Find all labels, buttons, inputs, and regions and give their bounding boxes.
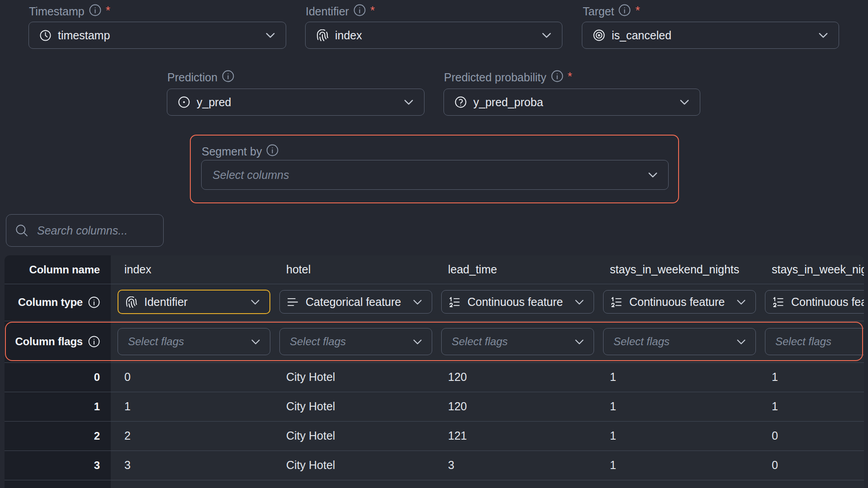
prediction-select[interactable]: y_pred [167,89,425,116]
chevron-down-icon [412,297,423,307]
column-header-stays-in-week-nights: stays_in_week_nights [758,255,864,284]
chevron-down-icon [679,97,690,108]
column-type-select-hotel[interactable]: Categorical feature [279,290,432,314]
chevron-down-icon [647,169,658,180]
table-cell: 0 [758,421,864,450]
chevron-down-icon [736,337,746,347]
clock-icon [40,30,51,41]
row-index-cell: 2 [5,421,111,450]
prediction-select-value: y_pred [197,96,231,109]
column-flags-select-stays-in-week-nights[interactable]: Select flags [765,328,864,355]
flags-placeholder: Select flags [290,335,346,348]
column-flags-select-lead-time[interactable]: Select flags [441,328,594,355]
target-label-text: Target [583,5,614,18]
predicted-probability-label: Predicted probability * [444,71,572,84]
column-flags-select-index[interactable]: Select flags [118,328,270,355]
table-cell: 1 [596,362,758,392]
table-cell: 1 [596,392,758,421]
column-header-stays-in-weekend-nights: stays_in_weekend_nights [596,255,758,284]
timestamp-select-value: timestamp [58,29,110,42]
column-type-select-index[interactable]: Identifier [118,290,270,314]
chevron-down-icon [412,337,423,347]
predicted-probability-label-text: Predicted probability [444,71,547,84]
target-select[interactable]: is_canceled [582,22,839,49]
identifier-select[interactable]: index [305,22,562,49]
search-columns-input[interactable] [37,224,155,237]
column-type-row-header: Column type [5,284,111,321]
category-lines-icon [287,296,298,308]
table-cell: City Hotel [273,450,434,480]
column-type-select-lead-time[interactable]: Continuous feature [441,290,594,314]
fingerprint-icon [126,296,137,308]
segment-by-label-text: Segment by [202,145,262,158]
column-type-value: Continuous feature [791,296,864,309]
column-type-row: Column type Identifier Categorical featu… [5,284,864,321]
row-separator [5,480,864,480]
chevron-down-icon [574,297,585,307]
info-icon[interactable] [551,70,563,82]
table-cell: City Hotel [273,421,434,450]
chevron-down-icon [250,337,261,347]
identifier-label: Identifier * [306,5,375,18]
search-icon [15,224,28,237]
column-flags-select-stays-in-weekend-nights[interactable]: Select flags [603,328,756,355]
timestamp-label: Timestamp * [29,5,110,18]
table-cell: 1 [758,362,864,392]
predicted-probability-select[interactable]: y_pred_proba [443,89,700,116]
table-cell: 120 [434,392,596,421]
segment-by-label: Segment by [202,145,278,158]
column-flags-row-header: Column flags [5,321,111,362]
chevron-down-icon [541,30,552,41]
column-type-value: Continuous feature [629,296,725,309]
info-icon[interactable] [88,336,100,347]
flags-placeholder: Select flags [128,335,184,348]
timestamp-select[interactable]: timestamp [28,22,286,49]
info-icon[interactable] [618,4,631,16]
identifier-select-value: index [335,29,362,42]
row-index-cell: 1 [5,392,111,421]
table-row: 3 3 City Hotel 3 1 0 [5,450,864,480]
table-cell: 1 [596,421,758,450]
column-flags-row-label: Column flags [15,335,83,348]
search-columns-box[interactable] [6,214,164,247]
table-cell: 2 [111,421,273,450]
column-header-hotel: hotel [273,255,434,284]
column-flags-row: Column flags Select flags Select flags S… [5,321,864,362]
info-icon[interactable] [89,4,101,16]
column-type-row-label: Column type [18,296,83,309]
identifier-label-text: Identifier [306,5,349,18]
table-cell: 0 [111,362,273,392]
table-cell: 1 [596,450,758,480]
segment-by-placeholder: Select columns [212,169,289,182]
table-cell: City Hotel [273,392,434,421]
table-cell: 1 [111,392,273,421]
table-cell: 0 [758,450,864,480]
column-type-select-stays-in-week-nights[interactable]: Continuous feature [765,290,864,314]
info-icon[interactable] [266,144,278,156]
info-icon[interactable] [88,296,100,308]
corner-header-cell: Column name [5,255,111,284]
target-select-value: is_canceled [612,29,671,42]
flags-placeholder: Select flags [775,335,831,348]
table-cell: 120 [434,362,596,392]
column-type-select-stays-in-weekend-nights[interactable]: Continuous feature [603,290,756,314]
segment-by-select[interactable]: Select columns [201,160,669,190]
row-index-cell: 0 [5,362,111,392]
table-cell: 3 [111,450,273,480]
list-numbers-icon [449,296,460,308]
required-asterisk: * [370,6,375,15]
info-icon[interactable] [354,4,366,16]
column-type-value: Continuous feature [467,296,563,309]
table-cell: City Hotel [273,362,434,392]
column-flags-select-hotel[interactable]: Select flags [279,328,432,355]
chevron-down-icon [736,297,746,307]
info-icon[interactable] [222,70,234,82]
flags-placeholder: Select flags [613,335,670,348]
column-header-lead-time: lead_time [434,255,596,284]
target-icon [593,29,605,41]
help-circle-icon [455,96,467,108]
prediction-label: Prediction [167,71,234,84]
list-numbers-icon [611,296,622,308]
predicted-probability-select-value: y_pred_proba [473,96,543,109]
prediction-label-text: Prediction [167,71,217,84]
